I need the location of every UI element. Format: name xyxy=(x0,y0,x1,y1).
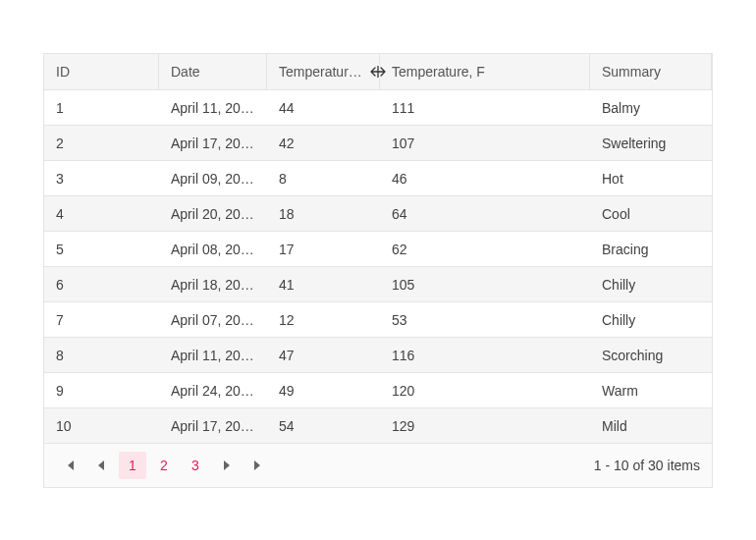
cell-date: April 11, 2020 xyxy=(159,348,267,363)
cell-date: April 20, 2020 xyxy=(159,206,267,222)
pager-first-button[interactable] xyxy=(56,452,83,479)
table-row[interactable]: 4April 20, 20201864Cool xyxy=(44,196,712,232)
cell-summary: Cool xyxy=(590,206,712,222)
pager-numbers: 123 xyxy=(119,452,209,479)
table-row[interactable]: 2April 17, 202042107Sweltering xyxy=(44,126,712,161)
cell-tempf: 116 xyxy=(380,348,590,363)
table-row[interactable]: 6April 18, 202041105Chilly xyxy=(44,267,712,302)
cell-id: 6 xyxy=(44,277,159,293)
cell-tempc: 8 xyxy=(267,171,380,187)
cell-id: 2 xyxy=(44,135,159,151)
table-row[interactable]: 8April 11, 202047116Scorching xyxy=(44,338,712,373)
cell-summary: Balmy xyxy=(590,100,712,116)
cell-summary: Sweltering xyxy=(590,135,712,151)
cell-summary: Chilly xyxy=(590,277,712,293)
resize-icon xyxy=(370,65,386,79)
cell-date: April 17, 2020 xyxy=(159,418,267,434)
chevron-right-icon xyxy=(222,459,232,471)
chevron-left-icon xyxy=(96,459,106,471)
cell-id: 5 xyxy=(44,242,159,257)
cell-tempf: 120 xyxy=(380,383,590,399)
pager-nav: 123 xyxy=(56,452,272,479)
cell-summary: Scorching xyxy=(590,348,712,363)
cell-tempf: 105 xyxy=(380,277,590,293)
table-row[interactable]: 1April 11, 202044111Balmy xyxy=(44,90,712,126)
pager-next-button[interactable] xyxy=(213,452,241,479)
col-header-date[interactable]: Date xyxy=(159,54,267,89)
cell-tempc: 47 xyxy=(267,348,380,363)
pager-page-2[interactable]: 2 xyxy=(150,452,178,479)
cell-date: April 11, 2020 xyxy=(159,100,267,116)
table-row[interactable]: 9April 24, 202049120Warm xyxy=(44,373,712,408)
table-row[interactable]: 3April 09, 2020846Hot xyxy=(44,161,712,196)
cell-tempc: 41 xyxy=(267,277,380,293)
pager: 123 1 - 10 of 30 items xyxy=(44,444,712,487)
cell-tempf: 46 xyxy=(380,171,590,187)
table-row[interactable]: 5April 08, 20201762Bracing xyxy=(44,232,712,267)
cell-tempf: 64 xyxy=(380,206,590,222)
pager-info: 1 - 10 of 30 items xyxy=(594,458,700,473)
cell-tempc: 49 xyxy=(267,383,380,399)
cell-date: April 07, 2020 xyxy=(159,312,267,328)
table-row[interactable]: 7April 07, 20201253Chilly xyxy=(44,302,712,338)
pager-last-button[interactable] xyxy=(244,452,272,479)
cell-id: 10 xyxy=(44,418,159,434)
col-header-temperature-f[interactable]: Temperature, F xyxy=(380,54,590,89)
cell-tempc: 17 xyxy=(267,242,380,257)
cell-date: April 24, 2020 xyxy=(159,383,267,399)
data-grid: ID Date Temperature, C Temperature, F Su… xyxy=(43,53,713,488)
cell-tempf: 129 xyxy=(380,418,590,434)
cell-tempc: 54 xyxy=(267,418,380,434)
cell-tempc: 42 xyxy=(267,135,380,151)
cell-date: April 17, 2020 xyxy=(159,135,267,151)
col-header-id[interactable]: ID xyxy=(44,54,159,89)
cell-summary: Bracing xyxy=(590,242,712,257)
cell-tempc: 12 xyxy=(267,312,380,328)
pager-prev-button[interactable] xyxy=(87,452,115,479)
cell-summary: Chilly xyxy=(590,312,712,328)
cell-date: April 18, 2020 xyxy=(159,277,267,293)
pager-page-3[interactable]: 3 xyxy=(182,452,209,479)
cell-id: 7 xyxy=(44,312,159,328)
col-header-summary[interactable]: Summary xyxy=(590,54,712,89)
table-body: 1April 11, 202044111Balmy2April 17, 2020… xyxy=(44,90,712,444)
cell-id: 1 xyxy=(44,100,159,116)
cell-date: April 09, 2020 xyxy=(159,171,267,187)
cell-tempc: 44 xyxy=(267,100,380,116)
cell-tempc: 18 xyxy=(267,206,380,222)
cell-id: 4 xyxy=(44,206,159,222)
pager-page-1[interactable]: 1 xyxy=(119,452,146,479)
col-header-temperature-c[interactable]: Temperature, C xyxy=(267,54,380,89)
cell-date: April 08, 2020 xyxy=(159,242,267,257)
cell-tempf: 107 xyxy=(380,135,590,151)
cell-summary: Hot xyxy=(590,171,712,187)
cell-id: 9 xyxy=(44,383,159,399)
seek-last-icon xyxy=(252,459,264,471)
cell-id: 3 xyxy=(44,171,159,187)
column-resize-handle[interactable] xyxy=(369,65,387,79)
seek-first-icon xyxy=(64,459,76,471)
table-row[interactable]: 10April 17, 202054129Mild xyxy=(44,408,712,444)
cell-tempf: 111 xyxy=(380,100,590,116)
cell-summary: Mild xyxy=(590,418,712,434)
cell-tempf: 53 xyxy=(380,312,590,328)
cell-summary: Warm xyxy=(590,383,712,399)
table-header-row: ID Date Temperature, C Temperature, F Su… xyxy=(44,53,712,90)
cell-tempf: 62 xyxy=(380,242,590,257)
cell-id: 8 xyxy=(44,348,159,363)
